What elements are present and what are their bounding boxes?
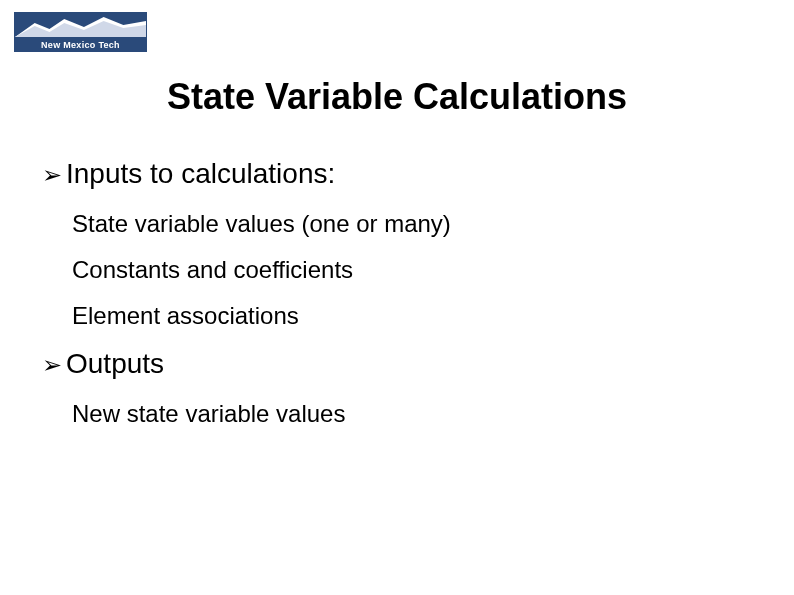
bullet-heading: Outputs <box>66 348 164 380</box>
slide-title: State Variable Calculations <box>0 76 794 118</box>
bullet-outputs: ➢ Outputs <box>42 348 752 380</box>
sub-item: New state variable values <box>72 400 752 428</box>
bullet-arrow-icon: ➢ <box>42 161 62 189</box>
bullet-inputs: ➢ Inputs to calculations: <box>42 158 752 190</box>
sub-item: Constants and coefficients <box>72 256 752 284</box>
logo-text: New Mexico Tech <box>15 37 146 52</box>
sub-item: Element associations <box>72 302 752 330</box>
logo-image <box>15 13 146 37</box>
logo: New Mexico Tech <box>14 12 147 52</box>
slide-content: ➢ Inputs to calculations: State variable… <box>42 158 752 446</box>
bullet-heading: Inputs to calculations: <box>66 158 335 190</box>
bullet-arrow-icon: ➢ <box>42 351 62 379</box>
sub-item: State variable values (one or many) <box>72 210 752 238</box>
